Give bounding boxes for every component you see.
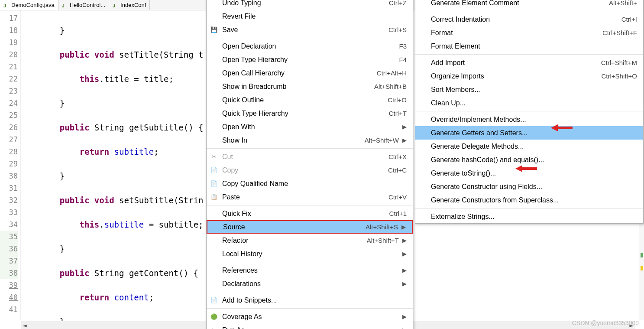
menu-item-open-with[interactable]: Open With▶ — [207, 120, 413, 134]
menu-item-label: Declarations — [222, 280, 399, 288]
line-number: 33 — [0, 206, 18, 218]
menu-item-label: Open Declaration — [222, 42, 390, 50]
line-number: 21 — [0, 61, 18, 73]
menu-item-organize-imports[interactable]: Organize ImportsCtrl+Shift+O — [415, 69, 643, 83]
menu-item-generate-getters-and-setters[interactable]: Generate Getters and Setters... — [415, 126, 643, 140]
menu-item-copy[interactable]: 📄CopyCtrl+C — [207, 163, 413, 177]
t: setTitle(String t — [114, 50, 204, 59]
menu-item-open-type-hierarchy[interactable]: Open Type HierarchyF4 — [207, 53, 413, 66]
submenu-arrow-icon: ▶ — [402, 237, 407, 244]
menu-item-label: Open Call Hierarchy — [222, 69, 368, 77]
menu-icon: ✂ — [210, 153, 218, 161]
menu-item-format-element[interactable]: Format Element — [415, 39, 643, 53]
menu-item-label: Copy Qualified Name — [222, 180, 407, 188]
menu-item-references[interactable]: References▶ — [207, 264, 413, 277]
marker-icon — [641, 253, 643, 257]
submenu-arrow-icon: ▶ — [402, 267, 407, 274]
menu-item-quick-outline[interactable]: Quick OutlineCtrl+O — [207, 93, 413, 107]
menu-item-quick-type-hierarchy[interactable]: Quick Type HierarchyCtrl+T — [207, 107, 413, 120]
id: subtitle — [109, 147, 154, 156]
menu-item-clean-up[interactable]: Clean Up... — [415, 96, 643, 110]
menu-icon: 💾 — [210, 26, 218, 34]
line-number: 24 — [0, 97, 18, 109]
menu-item-coverage-as[interactable]: 🟢Coverage As▶ — [207, 310, 413, 323]
submenu-arrow-icon: ▶ — [402, 124, 407, 130]
menu-item-generate-delegate-methods[interactable]: Generate Delegate Methods... — [415, 140, 643, 153]
menu-shortcut: Alt+Shift+S — [366, 223, 398, 231]
menu-item-declarations[interactable]: Declarations▶ — [207, 277, 413, 290]
menu-item-paste[interactable]: 📋PasteCtrl+V — [207, 190, 413, 204]
menu-item-label: Generate Element Comment — [431, 0, 600, 7]
submenu-arrow-icon: ▶ — [402, 137, 407, 143]
menu-item-label: Format — [431, 29, 594, 37]
menu-item-save[interactable]: 💾SaveCtrl+S — [207, 23, 413, 36]
menu-item-open-call-hierarchy[interactable]: Open Call HierarchyCtrl+Alt+H — [207, 66, 413, 80]
menu-item-show-in[interactable]: Show InAlt+Shift+W▶ — [207, 134, 413, 147]
line-number: 22 — [0, 73, 18, 85]
menu-item-run-as[interactable]: ▶Run As▶ — [207, 323, 413, 329]
menu-item-generate-constructor-using-fields[interactable]: Generate Constructor using Fields... — [415, 180, 643, 193]
tab-hellocontrol[interactable]: HelloControl... — [58, 0, 109, 10]
menu-item-label: Add to Snippets... — [222, 296, 407, 304]
menu-item-generate-hashcode-and-equals[interactable]: Generate hashCode() and equals()... — [415, 153, 643, 166]
line-number: 18 — [0, 24, 18, 36]
line-number: 28 — [0, 146, 18, 158]
line-number: 17 — [0, 12, 18, 24]
menu-shortcut: Ctrl+1 — [389, 210, 407, 217]
line-number: 40 — [0, 291, 18, 303]
tab-democonfig[interactable]: DemoConfig.java — [0, 0, 58, 10]
kw: void — [94, 195, 114, 205]
tab-label: DemoConfig.java — [11, 2, 55, 8]
menu-shortcut: Alt+Shift+B — [374, 83, 407, 90]
kw: public — [60, 123, 90, 132]
menu-shortcut: Alt+Shift+ — [609, 0, 637, 7]
menu-item-label: Local History — [222, 250, 399, 258]
menu-item-add-to-snippets[interactable]: 📄Add to Snippets... — [207, 293, 413, 307]
menu-item-copy-qualified-name[interactable]: 📄Copy Qualified Name — [207, 177, 413, 190]
menu-item-label: Add Import — [431, 59, 592, 67]
menu-shortcut: Ctrl+T — [389, 110, 407, 117]
menu-item-local-history[interactable]: Local History▶ — [207, 247, 413, 261]
menu-item-label: Format Element — [431, 42, 637, 50]
menu-item-sort-members[interactable]: Sort Members... — [415, 83, 643, 96]
menu-item-label: Organize Imports — [431, 72, 592, 80]
menu-separator — [207, 308, 413, 309]
menu-shortcut: Ctrl+V — [388, 193, 407, 201]
submenu-arrow-icon: ▶ — [402, 313, 407, 320]
menu-separator — [415, 11, 643, 11]
menu-item-add-import[interactable]: Add ImportCtrl+Shift+M — [415, 56, 643, 69]
menu-item-label: Show In — [222, 137, 356, 144]
menu-item-label: Externalize Strings... — [431, 213, 637, 221]
menu-separator — [415, 208, 643, 208]
menu-item-correct-indentation[interactable]: Correct IndentationCtrl+I — [415, 13, 643, 26]
tab-indexconf[interactable]: IndexConf — [109, 0, 150, 10]
menu-item-quick-fix[interactable]: Quick FixCtrl+1 — [207, 207, 413, 220]
t: .title = title; — [99, 74, 174, 84]
scroll-left-icon[interactable]: ◄ — [21, 321, 29, 329]
menu-shortcut: Ctrl+C — [388, 166, 407, 174]
menu-item-generate-tostring[interactable]: Generate toString()... — [415, 166, 643, 180]
t: . — [99, 220, 104, 229]
menu-item-refactor[interactable]: RefactorAlt+Shift+T▶ — [207, 234, 413, 247]
menu-shortcut: Ctrl+O — [388, 96, 407, 104]
menu-item-open-declaration[interactable]: Open DeclarationF3 — [207, 39, 413, 53]
menu-item-label: Coverage As — [222, 313, 399, 321]
menu-item-override-implement-methods[interactable]: Override/Implement Methods... — [415, 113, 643, 126]
menu-item-undo-typing[interactable]: Undo TypingCtrl+Z — [207, 0, 413, 10]
menu-shortcut: Alt+Shift+T — [367, 237, 399, 244]
line-number: 36 — [0, 243, 18, 255]
menu-item-source[interactable]: SourceAlt+Shift+S▶ — [207, 220, 413, 234]
menu-item-generate-element-comment[interactable]: Generate Element CommentAlt+Shift+ — [415, 0, 643, 10]
menu-item-show-in-breadcrumb[interactable]: Show in BreadcrumbAlt+Shift+B — [207, 80, 413, 93]
menu-item-cut[interactable]: ✂CutCtrl+X — [207, 150, 413, 163]
marker-icon — [641, 266, 643, 270]
menu-item-generate-constructors-from-superclass[interactable]: Generate Constructors from Superclass... — [415, 193, 643, 207]
menu-separator — [207, 292, 413, 292]
menu-item-revert-file[interactable]: Revert File — [207, 10, 413, 23]
menu-separator — [415, 111, 643, 111]
menu-item-format[interactable]: FormatCtrl+Shift+F — [415, 26, 643, 39]
line-number: 29 — [0, 158, 18, 170]
menu-item-externalize-strings[interactable]: Externalize Strings... — [415, 210, 643, 223]
menu-item-label: Source — [223, 223, 357, 231]
menu-item-label: References — [222, 267, 399, 274]
